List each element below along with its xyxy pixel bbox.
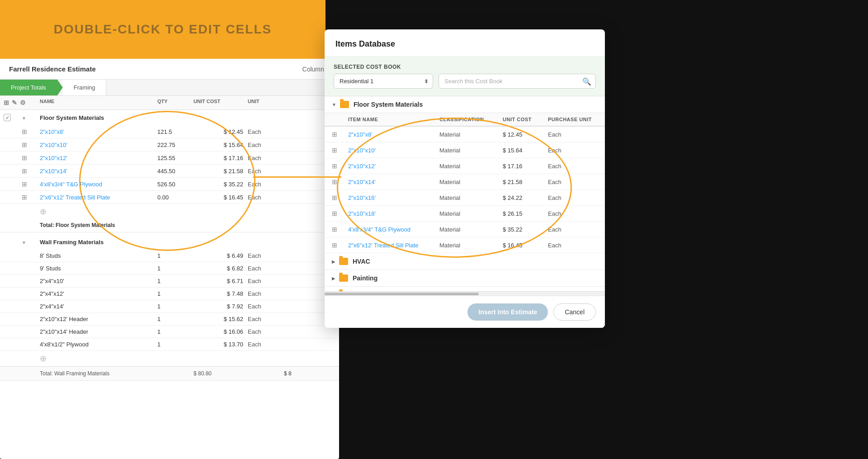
estimate-title: Farrell Residence Estimate [9, 65, 96, 73]
modal-item-class-4: Material [439, 194, 503, 201]
modal-item-class-3: Material [439, 179, 503, 185]
wall-item-2[interactable]: 2"x4"x10' 1 $ 6.71 Each [0, 275, 339, 288]
horizontal-scrollbar[interactable] [325, 291, 605, 296]
section-checkbox[interactable] [4, 114, 11, 121]
wall-framing-section: ▼ Wall Framing Materials 8' Studs 1 $ 6.… [0, 234, 339, 381]
section-chevron[interactable]: ▼ [22, 114, 40, 122]
wall-cost-7: $ 13.70 [193, 341, 248, 348]
wall-chevron[interactable]: ▼ [22, 238, 40, 246]
modal-item-name-3[interactable]: 2"x10"x14' [348, 179, 439, 185]
wall-unit-1: Each [248, 265, 284, 272]
floor-item-0[interactable]: ⊞ 2"x10"x8' 121.5 $ 12.45 Each [0, 125, 339, 138]
tab-framing[interactable]: Framing [63, 80, 107, 95]
wall-framing-header[interactable]: ▼ Wall Framing Materials [0, 234, 339, 250]
item-material-icon-2: ⊞ [22, 154, 40, 161]
floor-system-header[interactable]: ▼ Floor System Materials [0, 110, 339, 125]
item-name-2[interactable]: 2"x10"x12' [40, 155, 157, 161]
painting-cat-name: Painting [353, 274, 377, 282]
modal-item-cost-6: $ 35.22 [503, 226, 548, 233]
item-unit-1: Each [248, 142, 284, 148]
cost-book-select[interactable]: Residential 1Residential 2Commercial 1 [334, 74, 433, 89]
modal-item-7[interactable]: ⊞ 2"x6"x12' Treated Sill Plate Material … [325, 237, 605, 253]
item-cost-4: $ 35.22 [193, 181, 248, 188]
wall-total-amount: $ 8 [284, 370, 320, 377]
hvac-category[interactable]: ▶ HVAC [325, 253, 605, 270]
wall-item-7[interactable]: 4'x8'x1/2" Plywood 1 $ 13.70 Each [0, 338, 339, 351]
wall-item-3[interactable]: 2"x4"x12' 1 $ 7.48 Each [0, 288, 339, 300]
modal-item-6[interactable]: ⊞ 4'x8'x3/4" T&G Plywood Material $ 35.2… [325, 222, 605, 237]
modal-item-2[interactable]: ⊞ 2"x10"x12' Material $ 17.16 Each [325, 158, 605, 174]
cancel-button[interactable]: Cancel [553, 303, 596, 321]
floor-item-4[interactable]: ⊞ 4'x8'x3/4" T&G Plywood 526.50 $ 35.22 … [0, 178, 339, 191]
hvac-folder-icon [339, 258, 348, 265]
edit-icon[interactable]: ✎ [12, 99, 17, 107]
search-box: 🔍 [439, 74, 596, 89]
wall-unit-6: Each [248, 328, 284, 335]
item-cost-1: $ 15.64 [193, 142, 248, 148]
painting-category[interactable]: ▶ Painting [325, 270, 605, 287]
wall-name-1[interactable]: 9' Studs [40, 265, 157, 272]
modal-item-name-2[interactable]: 2"x10"x12' [348, 163, 439, 170]
floor-item-2[interactable]: ⊞ 2"x10"x12' 125.55 $ 17.16 Each [0, 151, 339, 165]
tabs-bar: Project Totals Framing [0, 80, 339, 96]
item-name-3[interactable]: 2"x10"x14' [40, 168, 157, 175]
add-wall-item-button[interactable]: ⊕ [0, 351, 339, 366]
item-name-5[interactable]: 2"x6"x12' Treated Sill Plate [40, 194, 157, 201]
modal-item-name-6[interactable]: 4'x8'x3/4" T&G Plywood [348, 226, 439, 233]
modal-item-4[interactable]: ⊞ 2"x10"x16' Material $ 24.22 Each [325, 190, 605, 206]
wall-item-4[interactable]: 2"x4"x14' 1 $ 7.92 Each [0, 300, 339, 313]
floor-system-category-header[interactable]: ▼ Floor System Materials [325, 96, 605, 113]
floor-system-cat-name: Floor System Materials [354, 101, 423, 108]
floor-system-total: Total: Floor System Materials [0, 219, 339, 232]
modal-item-cost-7: $ 16.45 [503, 242, 548, 249]
search-input[interactable] [439, 74, 596, 89]
wall-item-5[interactable]: 2"x10"x12' Header 1 $ 15.62 Each [0, 313, 339, 326]
scrollbar-thumb[interactable] [325, 293, 479, 295]
insert-into-estimate-button[interactable]: Insert Into Estimate [467, 303, 548, 321]
wall-name-2[interactable]: 2"x4"x10' [40, 278, 157, 284]
modal-item-name-7[interactable]: 2"x6"x12' Treated Sill Plate [348, 242, 439, 249]
wall-qty-0: 1 [157, 252, 193, 259]
wall-qty-6: 1 [157, 328, 193, 335]
item-unit-0: Each [248, 128, 284, 135]
floor-item-3[interactable]: ⊞ 2"x10"x14' 445.50 $ 21.58 Each [0, 165, 339, 178]
wall-total-cost: $ 80.80 [193, 370, 248, 377]
floor-item-1[interactable]: ⊞ 2"x10"x10' 222.75 $ 15.64 Each [0, 138, 339, 151]
modal-item-class-1: Material [439, 147, 503, 154]
modal-item-5[interactable]: ⊞ 2"x10"x18' Material $ 26.15 Each [325, 206, 605, 222]
wall-name-3[interactable]: 2"x4"x12' [40, 290, 157, 297]
wall-item-6[interactable]: 2"x10"x14' Header 1 $ 16.06 Each [0, 326, 339, 338]
modal-item-name-1[interactable]: 2"x10"x10' [348, 147, 439, 154]
mat-icon-2: ⊞ [332, 162, 348, 170]
wall-name-6[interactable]: 2"x10"x14' Header [40, 328, 157, 335]
modal-item-0[interactable]: ⊞ 2"x10"x8' Material $ 12.45 Each [325, 127, 605, 142]
wall-framing-name: Wall Framing Materials [40, 239, 157, 246]
col-unit-cost-header: UNIT COST [193, 99, 248, 107]
wall-name-4[interactable]: 2"x4"x14' [40, 303, 157, 310]
modal-item-1[interactable]: ⊞ 2"x10"x10' Material $ 15.64 Each [325, 142, 605, 158]
polished-concrete-category[interactable]: ▶ Polished Concrete [325, 287, 605, 291]
wall-name-0[interactable]: 8' Studs [40, 252, 157, 259]
grid-icon[interactable]: ⊞ [4, 99, 9, 107]
modal-item-unit-3: Each [548, 179, 598, 185]
wall-item-0[interactable]: 8' Studs 1 $ 6.49 Each [0, 250, 339, 262]
hvac-cat-name: HVAC [353, 258, 370, 265]
wall-item-1[interactable]: 9' Studs 1 $ 6.82 Each [0, 262, 339, 275]
add-item-button[interactable]: ⊕ [0, 204, 339, 219]
modal-item-name-5[interactable]: 2"x10"x18' [348, 210, 439, 217]
item-name-1[interactable]: 2"x10"x10' [40, 142, 157, 148]
modal-item-name-0[interactable]: 2"x10"x8' [348, 131, 439, 138]
floor-item-5[interactable]: ⊞ 2"x6"x12' Treated Sill Plate 0.00 $ 16… [0, 191, 339, 204]
wall-name-5[interactable]: 2"x10"x12' Header [40, 316, 157, 322]
item-name-0[interactable]: 2"x10"x8' [40, 128, 157, 135]
wall-unit-2: Each [248, 278, 284, 284]
items-table-container[interactable]: ▼ Floor System Materials ITEM NAME CLASS… [325, 96, 605, 291]
wall-name-7[interactable]: 4'x8'x1/2" Plywood [40, 341, 157, 348]
modal-item-name-4[interactable]: 2"x10"x16' [348, 194, 439, 201]
mat-icon-6: ⊞ [332, 226, 348, 233]
tab-project-totals[interactable]: Project Totals [0, 80, 63, 95]
item-name-4[interactable]: 4'x8'x3/4" T&G Plywood [40, 181, 157, 188]
painting-chevron-right-icon: ▶ [332, 276, 335, 281]
modal-item-3[interactable]: ⊞ 2"x10"x14' Material $ 21.58 Each [325, 174, 605, 190]
wall-qty-5: 1 [157, 316, 193, 322]
